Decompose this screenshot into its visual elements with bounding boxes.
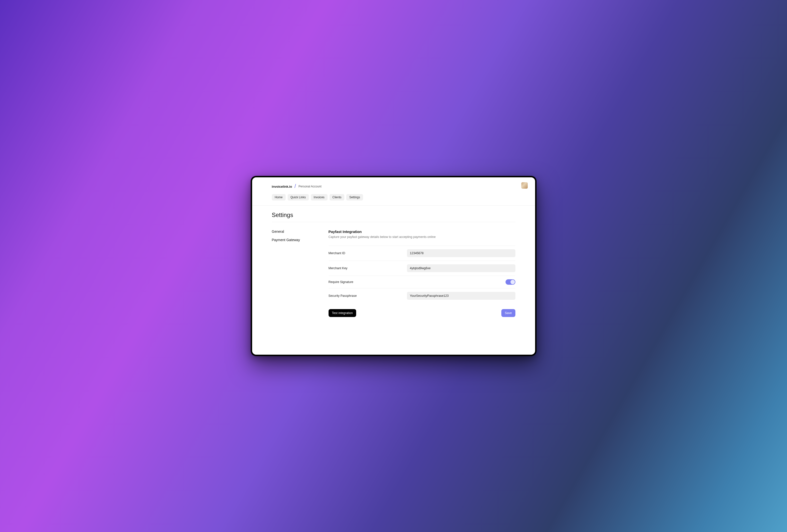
- content: Settings General Payment Gateway Payfast…: [252, 206, 535, 332]
- settings-panel: Payfast Integration Capture your payfast…: [328, 229, 515, 317]
- merchant-id-input[interactable]: [407, 249, 515, 257]
- panel-title: Payfast Integration: [328, 229, 515, 234]
- require-signature-label: Require Signature: [328, 280, 407, 284]
- merchant-key-input[interactable]: [407, 264, 515, 272]
- sidebar-item-general[interactable]: General: [272, 229, 284, 234]
- page-title: Settings: [272, 212, 515, 219]
- nav-quick-links[interactable]: Quick Links: [288, 194, 309, 200]
- security-passphrase-label: Security Passphrase: [328, 294, 407, 297]
- device-frame: invoicelink.io / Personal Account Home Q…: [251, 176, 537, 356]
- save-button[interactable]: Save: [501, 309, 515, 317]
- field-row-security-passphrase: Security Passphrase: [328, 288, 515, 303]
- sidebar-item-payment-gateway[interactable]: Payment Gateway: [272, 238, 300, 242]
- security-passphrase-input[interactable]: [407, 292, 515, 300]
- panel-subtitle: Capture your payfast gateway details bel…: [328, 235, 515, 239]
- app-window: invoicelink.io / Personal Account Home Q…: [252, 177, 535, 355]
- merchant-id-label: Merchant ID: [328, 251, 407, 255]
- header-divider: [252, 205, 535, 206]
- nav: Home Quick Links Invoices Clients Settin…: [272, 194, 515, 200]
- settings-layout: General Payment Gateway Payfast Integrat…: [272, 229, 515, 317]
- breadcrumb: invoicelink.io / Personal Account: [272, 184, 515, 189]
- nav-invoices[interactable]: Invoices: [311, 194, 327, 200]
- topbar: invoicelink.io / Personal Account Home Q…: [252, 177, 535, 206]
- nav-clients[interactable]: Clients: [329, 194, 345, 200]
- require-signature-toggle[interactable]: [506, 279, 515, 285]
- test-integration-button[interactable]: Test integration: [328, 309, 356, 317]
- toggle-knob-icon: [510, 280, 515, 284]
- field-row-require-signature: Require Signature: [328, 275, 515, 288]
- account-name[interactable]: Personal Account: [298, 185, 321, 188]
- merchant-key-label: Merchant Key: [328, 266, 407, 270]
- brand-name[interactable]: invoicelink.io: [272, 185, 292, 189]
- settings-sidebar: General Payment Gateway: [272, 229, 314, 317]
- breadcrumb-separator-icon: /: [295, 183, 296, 189]
- field-row-merchant-id: Merchant ID: [328, 246, 515, 261]
- panel-actions: Test integration Save: [328, 309, 515, 317]
- field-row-merchant-key: Merchant Key: [328, 261, 515, 275]
- avatar[interactable]: [521, 182, 528, 189]
- nav-home[interactable]: Home: [272, 194, 286, 200]
- nav-settings[interactable]: Settings: [346, 194, 363, 200]
